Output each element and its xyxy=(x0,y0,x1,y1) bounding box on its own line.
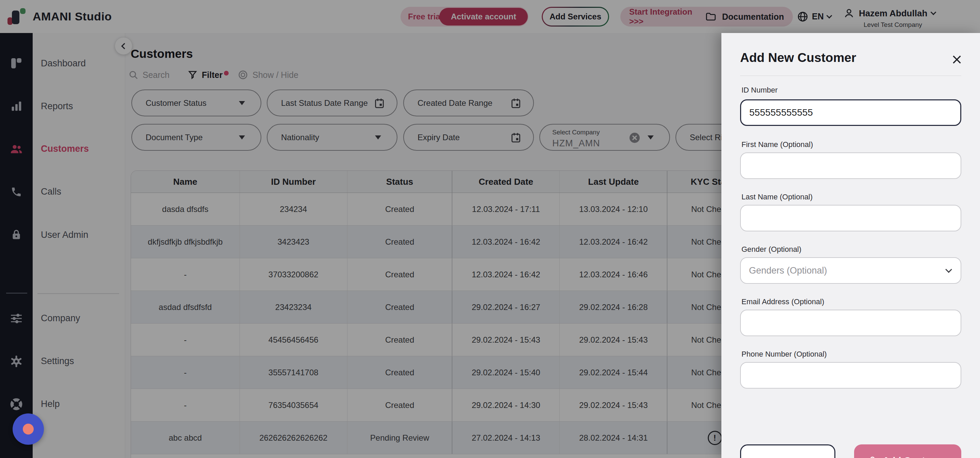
close-icon[interactable] xyxy=(950,53,964,66)
first-name-field[interactable] xyxy=(740,153,961,179)
id-number-label: ID Number xyxy=(741,86,778,95)
add-customer-drawer: Add New Customer ID Number 555555555555 … xyxy=(721,33,980,458)
email-field[interactable] xyxy=(740,310,961,336)
email-label: Email Address (Optional) xyxy=(741,297,824,306)
add-customer-label: Add Customer xyxy=(883,455,948,458)
chat-launcher-button[interactable] xyxy=(13,413,44,445)
last-name-label: Last Name (Optional) xyxy=(741,192,813,202)
chat-launcher-dot-icon xyxy=(23,424,34,434)
add-user-icon xyxy=(867,455,878,458)
drawer-title: Add New Customer xyxy=(740,51,856,65)
id-number-field[interactable]: 555555555555 xyxy=(740,99,961,126)
last-name-field[interactable] xyxy=(740,205,961,231)
phone-label: Phone Number (Optional) xyxy=(741,350,827,359)
phone-field[interactable] xyxy=(740,362,961,389)
chevron-down-icon xyxy=(945,266,952,273)
gender-select[interactable]: Genders (Optional) xyxy=(740,257,961,284)
cancel-button[interactable]: Cancel xyxy=(740,444,835,458)
gender-label: Gender (Optional) xyxy=(741,245,801,254)
gender-placeholder: Genders (Optional) xyxy=(749,266,827,276)
first-name-label: First Name (Optional) xyxy=(741,140,813,149)
add-customer-button[interactable]: Add Customer xyxy=(854,444,961,458)
app-root: AMANI Studio Free trial! Activate accoun… xyxy=(0,0,980,458)
